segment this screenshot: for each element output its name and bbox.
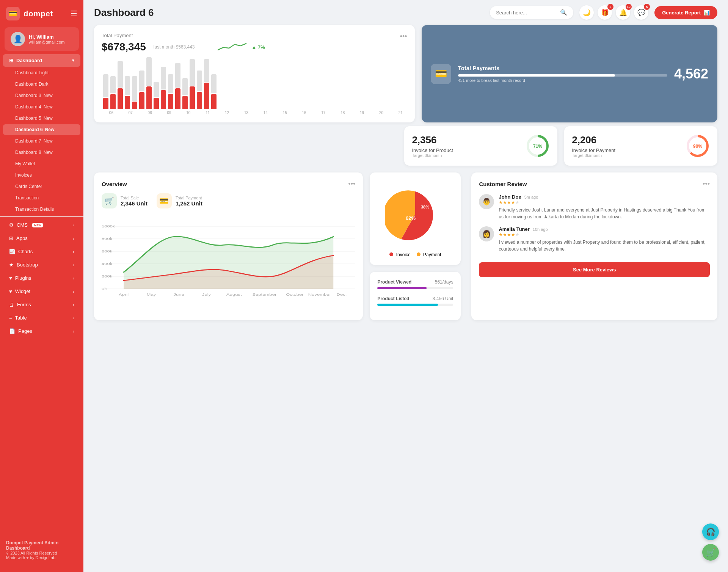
blue-card-progress-fill xyxy=(458,74,615,77)
sidebar-item-forms[interactable]: 🖨 Forms › xyxy=(3,298,80,311)
area-chart-svg: 1000k 800k 600k 400k 200k 0k April xyxy=(102,214,355,297)
sidebar-item-cms[interactable]: ⚙ CMS New › xyxy=(3,219,80,231)
sidebar-item-label: Dashboard Light xyxy=(15,70,49,75)
sidebar-item-dashboard-8[interactable]: Dashboard 8 New xyxy=(3,147,80,158)
chevron-right-icon: › xyxy=(73,316,74,320)
svg-text:October: October xyxy=(286,292,304,296)
sidebar-item-dashboard-4[interactable]: Dashboard 4 New xyxy=(3,102,80,112)
sidebar-item-dashboard-5[interactable]: Dashboard 5 New xyxy=(3,113,80,124)
overview-header: Overview ••• xyxy=(102,180,355,188)
message-button[interactable]: 💬 5 xyxy=(634,5,648,20)
total-sale-stat: 🛒 Total Sale 2,346 Unit xyxy=(102,193,147,208)
dark-mode-button[interactable]: 🌙 xyxy=(579,5,594,20)
sidebar-item-cards-center[interactable]: Cards Center xyxy=(3,181,80,192)
trend-value: ▲ 7% xyxy=(252,44,265,50)
sidebar-item-table[interactable]: ≡ Table › xyxy=(3,312,80,324)
chevron-right-icon: › xyxy=(73,302,74,307)
blue-card-title: Total Payments xyxy=(458,65,667,71)
support-fab[interactable]: 🎧 xyxy=(702,523,719,540)
more-options-icon[interactable]: ••• xyxy=(400,33,407,41)
gift-button[interactable]: 🎁 2 xyxy=(598,5,612,20)
bell-icon: 🔔 xyxy=(619,9,627,17)
total-payment-stat-value: 1,252 Unit xyxy=(176,200,202,207)
red-bar xyxy=(204,83,209,109)
pie-chart-card: 62% 38% Invoice Payment xyxy=(370,172,461,265)
generate-report-button[interactable]: Generate Report 📊 xyxy=(654,6,717,19)
sidebar-item-label: Transaction Details xyxy=(15,207,54,212)
message-icon: 💬 xyxy=(637,9,645,17)
svg-text:90%: 90% xyxy=(693,144,702,149)
chart-label: 06 xyxy=(105,111,118,115)
invoice-payment-content: 2,206 Invoice for Payment Target 3k/mont… xyxy=(572,134,679,158)
gray-bar xyxy=(168,74,173,93)
red-bar xyxy=(110,94,116,109)
gray-bar xyxy=(146,57,152,86)
sidebar-item-bootstrap[interactable]: ★ Bootstrap › xyxy=(3,259,80,271)
sidebar-item-dashboard-6[interactable]: Dashboard 6 New xyxy=(3,124,80,135)
sidebar-item-label: Dashboard 4 xyxy=(15,104,41,110)
bar-group xyxy=(110,76,116,109)
review-more-icon[interactable]: ••• xyxy=(703,180,710,188)
chart-label: 11 xyxy=(201,111,214,115)
payment-legend-dot xyxy=(417,252,420,256)
pie-legend: Invoice Payment xyxy=(389,252,441,257)
sidebar-item-pages[interactable]: 📄 Pages › xyxy=(3,325,80,337)
sidebar-item-apps[interactable]: ⊞ Apps › xyxy=(3,232,80,244)
see-more-reviews-button[interactable]: See More Reviews xyxy=(479,262,710,277)
blue-card-value: 4,562 xyxy=(674,66,708,82)
search-bar[interactable]: 🔍 xyxy=(490,6,573,19)
sidebar-item-transaction-details[interactable]: Transaction Details xyxy=(3,204,80,215)
generate-report-label: Generate Report xyxy=(662,10,701,16)
svg-text:62%: 62% xyxy=(406,215,416,221)
sidebar-item-invoices[interactable]: Invoices xyxy=(3,170,80,180)
dashboard-content: Total Payment $678,345 last month $563,4… xyxy=(83,25,728,331)
search-input[interactable] xyxy=(496,10,557,16)
product-viewed-stat: Product Viewed 561/days xyxy=(377,279,453,289)
bar-group xyxy=(139,71,144,109)
sidebar-item-dashboard-3[interactable]: Dashboard 3 New xyxy=(3,90,80,101)
chevron-right-icon: › xyxy=(73,236,74,241)
bar-group xyxy=(168,74,173,109)
sidebar-item-charts[interactable]: 📈 Charts › xyxy=(3,245,80,258)
sidebar-item-label: Pages xyxy=(18,328,32,334)
cart-icon: 🛒 xyxy=(706,548,715,557)
product-viewed-fill xyxy=(377,287,427,289)
cart-fab[interactable]: 🛒 xyxy=(702,544,719,561)
gray-bar xyxy=(190,59,195,86)
reviewer-time-2: 10h ago xyxy=(533,227,548,232)
widget-icon: ♥ xyxy=(9,288,12,294)
page-title: Dashboard 6 xyxy=(94,7,484,19)
sidebar-item-label: Bootstrap xyxy=(17,262,38,268)
invoice-payment-circle: 90% xyxy=(686,134,710,158)
payment-legend: Payment xyxy=(417,252,441,257)
invoice-product-label: Invoice for Product xyxy=(412,147,519,153)
sidebar-item-my-wallet[interactable]: My Wallet xyxy=(3,158,80,169)
user-profile[interactable]: 👤 Hi, William william@gmail.com xyxy=(5,27,79,51)
sidebar-item-dashboard-light[interactable]: Dashboard Light xyxy=(3,67,80,78)
overview-more-icon[interactable]: ••• xyxy=(348,180,356,188)
new-badge: New xyxy=(32,223,43,227)
pie-chart: 62% 38% xyxy=(385,184,446,244)
user-info: Hi, William william@gmail.com xyxy=(29,34,64,44)
chart-label: 19 xyxy=(355,111,369,115)
invoice-legend: Invoice xyxy=(389,252,410,257)
sidebar-item-transaction[interactable]: Transaction xyxy=(3,193,80,203)
bell-button[interactable]: 🔔 12 xyxy=(616,5,630,20)
hamburger-icon[interactable]: ☰ xyxy=(71,9,77,18)
chart-label: 14 xyxy=(259,111,272,115)
sidebar-item-widget[interactable]: ♥ Widget › xyxy=(3,285,80,298)
invoice-product-value: 2,356 xyxy=(412,134,519,146)
invoice-legend-label: Invoice xyxy=(396,252,411,257)
sidebar-item-dashboard-dark[interactable]: Dashboard Dark xyxy=(3,79,80,89)
total-payment-label: Total Payment xyxy=(102,33,265,38)
sidebar-item-dashboard[interactable]: ⊞ Dashboard ▾ xyxy=(3,54,80,67)
red-bar xyxy=(132,102,137,109)
new-badge: New xyxy=(44,150,53,155)
chart-label: 16 xyxy=(298,111,311,115)
chart-label: 08 xyxy=(143,111,157,115)
svg-text:400k: 400k xyxy=(102,262,113,266)
invoice-payment-target: Target 3k/month xyxy=(572,153,679,158)
overview-title: Overview xyxy=(102,181,127,187)
sidebar-item-dashboard-7[interactable]: Dashboard 7 New xyxy=(3,136,80,146)
sidebar-item-plugins[interactable]: ♥ Plugins › xyxy=(3,272,80,284)
